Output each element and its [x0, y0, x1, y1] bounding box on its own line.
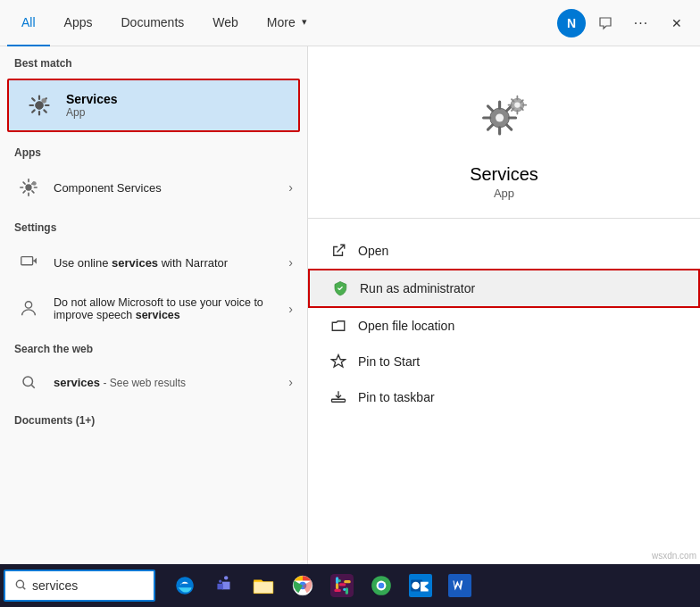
svg-point-2 [25, 184, 31, 190]
taskbar-slack[interactable] [323, 567, 361, 604]
best-match-label: Best match [0, 46, 307, 75]
microsoft-arrow: › [288, 302, 293, 316]
file-location-icon [329, 317, 347, 335]
tab-web[interactable]: Web [198, 0, 253, 46]
tab-all-label: All [21, 15, 36, 29]
taskbar-search-box[interactable]: services [4, 570, 155, 602]
component-services-arrow: › [288, 180, 293, 195]
tab-all[interactable]: All [7, 0, 50, 46]
more-icon[interactable]: ··· [625, 7, 657, 39]
search-web-label: Search the web [0, 332, 307, 361]
component-services-item[interactable]: Component Services › [0, 164, 307, 211]
close-icon[interactable]: ✕ [661, 7, 693, 39]
app-detail-title: Services [470, 164, 538, 185]
app-detail-sub: App [494, 187, 514, 200]
search-web-icon [14, 368, 43, 396]
open-action[interactable]: Open [308, 233, 700, 269]
svg-point-8 [496, 114, 504, 122]
user-initial: N [567, 16, 576, 30]
narrator-arrow: › [288, 255, 293, 270]
run-admin-label: Run as administrator [360, 281, 475, 295]
microsoft-services-item[interactable]: Do not allow Microsoft to use your voice… [0, 286, 307, 332]
user-avatar[interactable]: N [557, 9, 586, 37]
tab-documents-label: Documents [121, 15, 184, 29]
right-panel: Services App Open [308, 46, 700, 607]
app-detail: Services App [308, 82, 700, 219]
narrator-icon [14, 248, 43, 277]
run-as-admin-action[interactable]: Run as administrator [308, 269, 700, 308]
svg-point-5 [25, 302, 31, 308]
left-panel: Best match Services App Apps [0, 46, 308, 607]
svg-rect-19 [448, 574, 471, 597]
best-match-text: Services App [66, 92, 118, 119]
taskbar-search-text: services [32, 578, 78, 593]
open-icon [329, 242, 347, 260]
taskbar-icons [159, 567, 696, 604]
svg-rect-4 [21, 257, 33, 265]
best-match-item[interactable]: Services App [7, 79, 300, 132]
pin-start-label: Pin to Start [358, 354, 420, 369]
taskbar: services [0, 564, 700, 607]
pin-taskbar-action[interactable]: Pin to taskbar [308, 379, 700, 415]
nav-icons: N ··· ✕ [557, 7, 693, 39]
svg-point-10 [514, 102, 520, 107]
search-web-text: services - See web results [54, 376, 288, 389]
tab-apps-label: Apps [64, 15, 93, 29]
app-detail-icon [469, 82, 540, 154]
tab-apps[interactable]: Apps [50, 0, 107, 46]
taskbar-outlook[interactable] [402, 567, 439, 604]
best-match-sub: App [66, 106, 118, 119]
narrator-services-text: Use online services with Narrator [54, 256, 288, 270]
taskbar-google[interactable] [362, 567, 400, 604]
svg-point-0 [36, 102, 44, 110]
documents-label: Documents (1+) [0, 403, 307, 432]
taskbar-teams[interactable] [205, 567, 243, 604]
pin-taskbar-label: Pin to taskbar [358, 390, 435, 404]
tab-more-label: More [267, 15, 296, 29]
apps-section-label: Apps [0, 136, 307, 164]
component-services-icon [14, 173, 43, 202]
tab-more[interactable]: More ▾ [253, 0, 321, 46]
pin-start-action[interactable]: Pin to Start [308, 344, 700, 379]
action-list: Open Run as administrator [308, 226, 700, 422]
tab-web-label: Web [212, 15, 238, 29]
svg-point-1 [42, 98, 46, 103]
svg-point-3 [32, 181, 37, 186]
microsoft-icon [14, 295, 43, 323]
open-label: Open [358, 244, 388, 258]
search-web-arrow: › [288, 375, 293, 389]
tab-documents[interactable]: Documents [106, 0, 198, 46]
services-app-icon [23, 89, 55, 121]
taskbar-search-icon [14, 578, 27, 594]
component-services-text: Component Services [54, 181, 288, 195]
best-match-title: Services [66, 92, 118, 106]
svg-point-12 [16, 580, 23, 587]
file-location-label: Open file location [358, 319, 454, 333]
taskbar-chrome[interactable] [284, 567, 321, 604]
run-admin-icon [331, 279, 349, 297]
narrator-services-item[interactable]: Use online services with Narrator › [0, 239, 307, 286]
feedback-icon[interactable] [589, 7, 621, 39]
top-nav: All Apps Documents Web More ▾ N ··· ✕ [0, 0, 700, 46]
svg-point-6 [23, 377, 33, 387]
microsoft-services-text: Do not allow Microsoft to use your voice… [54, 296, 288, 321]
open-file-location-action[interactable]: Open file location [308, 308, 700, 344]
chevron-down-icon: ▾ [302, 16, 307, 28]
taskbar-word[interactable] [441, 567, 479, 604]
main-area: Best match Services App Apps [0, 46, 700, 607]
taskbar-edge[interactable] [166, 567, 204, 604]
settings-section-label: Settings [0, 211, 307, 239]
pin-start-icon [329, 353, 347, 370]
pin-taskbar-icon [329, 388, 347, 406]
search-web-item[interactable]: services - See web results › [0, 361, 307, 403]
taskbar-explorer[interactable] [245, 567, 282, 604]
svg-rect-11 [332, 399, 346, 402]
